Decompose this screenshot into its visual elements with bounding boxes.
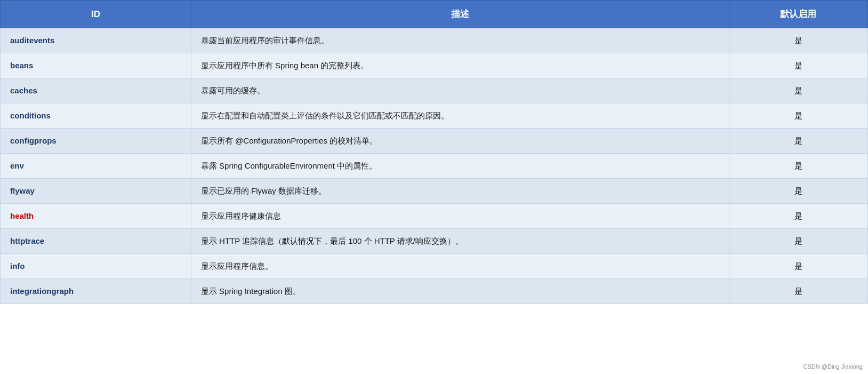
cell-desc: 显示所有 @ConfigurationProperties 的校对清单。 (191, 129, 729, 154)
table-row: beans显示应用程序中所有 Spring bean 的完整列表。是 (1, 53, 868, 78)
cell-id: integrationgraph (1, 279, 191, 304)
table-header-row: ID 描述 默认启用 (1, 1, 868, 28)
table-row: flyway显示已应用的 Flyway 数据库迁移。是 (1, 179, 868, 204)
table-wrapper: ID 描述 默认启用 auditevents暴露当前应用程序的审计事件信息。是b… (0, 0, 868, 374)
table-row: configprops显示所有 @ConfigurationProperties… (1, 129, 868, 154)
table-row: conditions显示在配置和自动配置类上评估的条件以及它们匹配或不匹配的原因… (1, 104, 868, 129)
cell-default: 是 (729, 104, 867, 129)
cell-id: configprops (1, 129, 191, 154)
cell-default: 是 (729, 279, 867, 304)
header-default: 默认启用 (729, 1, 867, 28)
cell-default: 是 (729, 129, 867, 154)
table-row: auditevents暴露当前应用程序的审计事件信息。是 (1, 28, 868, 53)
table-row: caches暴露可用的缓存。是 (1, 78, 868, 104)
cell-desc: 显示应用程序中所有 Spring bean 的完整列表。 (191, 53, 729, 78)
cell-default: 是 (729, 204, 867, 229)
cell-default: 是 (729, 154, 867, 179)
cell-id: flyway (1, 179, 191, 204)
cell-default: 是 (729, 53, 867, 78)
cell-id: caches (1, 78, 191, 104)
cell-desc: 显示 Spring Integration 图。 (191, 279, 729, 304)
cell-id: health (1, 204, 191, 229)
cell-id: env (1, 154, 191, 179)
header-id: ID (1, 1, 191, 28)
cell-id: conditions (1, 104, 191, 129)
header-desc: 描述 (191, 1, 729, 28)
cell-default: 是 (729, 28, 867, 53)
table-row: integrationgraph显示 Spring Integration 图。… (1, 279, 868, 304)
cell-desc: 暴露可用的缓存。 (191, 78, 729, 104)
cell-id: beans (1, 53, 191, 78)
main-table: ID 描述 默认启用 auditevents暴露当前应用程序的审计事件信息。是b… (0, 0, 868, 304)
watermark: CSDN @Ding Jiaxiong (803, 363, 863, 370)
cell-default: 是 (729, 254, 867, 279)
cell-id: auditevents (1, 28, 191, 53)
table-row: health显示应用程序健康信息是 (1, 204, 868, 229)
cell-default: 是 (729, 229, 867, 254)
cell-desc: 暴露当前应用程序的审计事件信息。 (191, 28, 729, 53)
cell-desc: 显示 HTTP 追踪信息（默认情况下，最后 100 个 HTTP 请求/响应交换… (191, 229, 729, 254)
cell-desc: 显示在配置和自动配置类上评估的条件以及它们匹配或不匹配的原因。 (191, 104, 729, 129)
cell-desc: 显示已应用的 Flyway 数据库迁移。 (191, 179, 729, 204)
cell-id: httptrace (1, 229, 191, 254)
cell-desc: 显示应用程序健康信息 (191, 204, 729, 229)
table-row: httptrace显示 HTTP 追踪信息（默认情况下，最后 100 个 HTT… (1, 229, 868, 254)
cell-desc: 暴露 Spring ConfigurableEnvironment 中的属性。 (191, 154, 729, 179)
cell-id: info (1, 254, 191, 279)
cell-default: 是 (729, 179, 867, 204)
table-row: env暴露 Spring ConfigurableEnvironment 中的属… (1, 154, 868, 179)
table-row: info显示应用程序信息。是 (1, 254, 868, 279)
cell-default: 是 (729, 78, 867, 104)
cell-desc: 显示应用程序信息。 (191, 254, 729, 279)
